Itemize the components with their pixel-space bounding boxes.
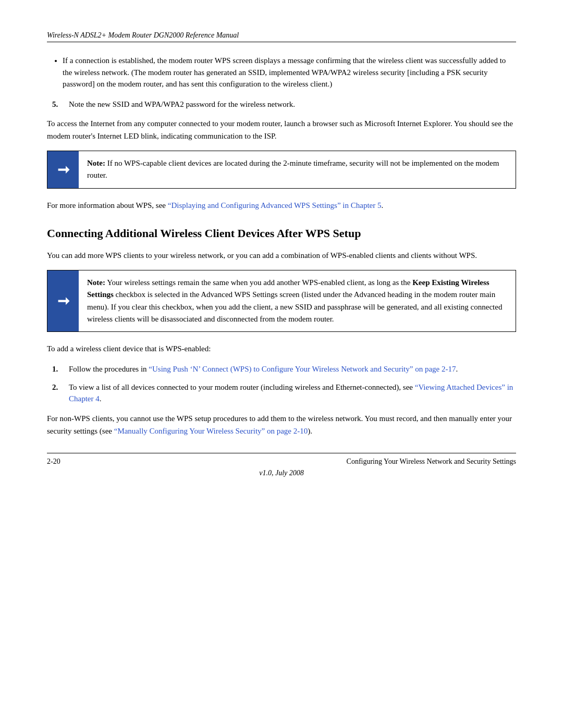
paragraph-wps-clients: You can add more WPS clients to your wir… — [47, 249, 516, 262]
note-icon-area-1: ➞ — [47, 151, 79, 188]
page: Wireless-N ADSL2+ Modem Router DGN2000 R… — [0, 0, 563, 728]
header-rule — [47, 42, 516, 42]
numbered-item-2: 2. To view a list of all devices connect… — [52, 381, 516, 405]
bullet-list: If a connection is established, the mode… — [63, 55, 516, 90]
footer-version: v1.0, July 2008 — [47, 469, 516, 477]
numbered-list-bottom: 1. Follow the procedures in “Using Push … — [52, 363, 516, 405]
numbered-item-1: 1. Follow the procedures in “Using Push … — [52, 363, 516, 375]
footer-rule — [47, 453, 516, 453]
content-area: If a connection is established, the mode… — [47, 55, 516, 437]
arrow-icon-2: ➞ — [57, 292, 69, 310]
footer-page-num: 2-20 — [47, 458, 60, 466]
note-box-2: ➞ Note: Your wireless settings remain th… — [47, 270, 516, 332]
arrow-icon-1: ➞ — [57, 161, 69, 178]
footer-content: 2-20 Configuring Your Wireless Network a… — [47, 458, 516, 466]
note-content-2: Note: Your wireless settings remain the … — [79, 270, 516, 331]
note-box-1: ➞ Note: If no WPS-capable client devices… — [47, 151, 516, 189]
footer-section: Configuring Your Wireless Network and Se… — [347, 458, 516, 466]
numbered-item-5: 5. Note the new SSID and WPA/WPA2 passwo… — [52, 98, 516, 110]
list-item: If a connection is established, the mode… — [63, 55, 516, 90]
paragraph-internet-access: To access the Internet from any computer… — [47, 117, 516, 142]
section-heading: Connecting Additional Wireless Client De… — [47, 226, 516, 241]
page-header: Wireless-N ADSL2+ Modem Router DGN2000 R… — [47, 31, 516, 42]
paragraph-non-wps: For non-WPS clients, you cannot use the … — [47, 412, 516, 437]
manually-configuring-link[interactable]: “Manually Configuring Your Wireless Secu… — [114, 427, 308, 435]
note-content-1: Note: If no WPS-capable client devices a… — [79, 151, 516, 188]
header-title: Wireless-N ADSL2+ Modem Router DGN2000 R… — [47, 31, 516, 40]
note-icon-area-2: ➞ — [47, 270, 79, 331]
link-paragraph: For more information about WPS, see “Dis… — [47, 199, 516, 212]
push-n-connect-link[interactable]: “Using Push ‘N’ Connect (WPS) to Configu… — [149, 365, 456, 373]
numbered-list-top: 5. Note the new SSID and WPA/WPA2 passwo… — [52, 98, 516, 110]
paragraph-to-add: To add a wireless client device that is … — [47, 342, 516, 355]
wps-settings-link[interactable]: “Displaying and Configuring Advanced WPS… — [168, 201, 382, 209]
